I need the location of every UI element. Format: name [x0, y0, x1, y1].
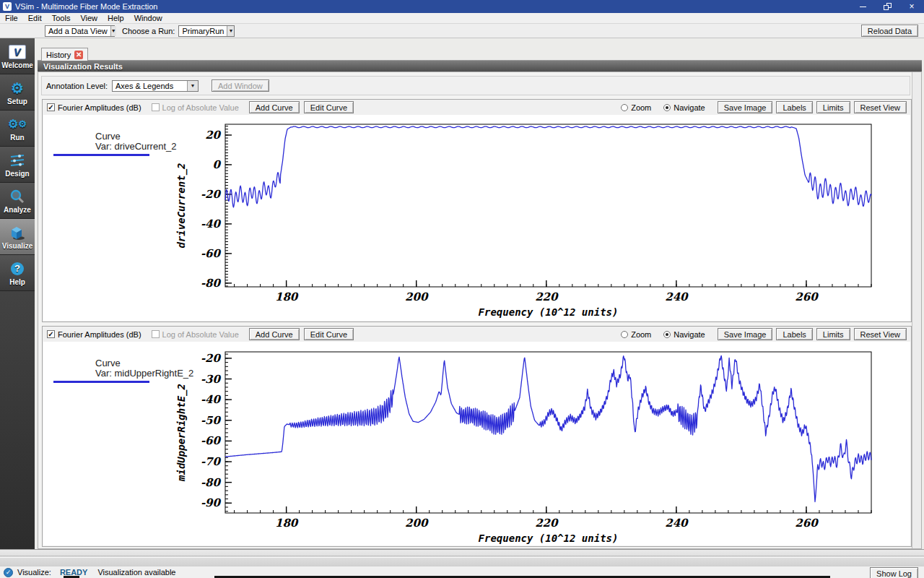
svg-text:-30: -30 [201, 373, 222, 386]
status-message: Visualization available [97, 568, 175, 577]
svg-text:260: 260 [795, 290, 819, 303]
svg-text:-60: -60 [201, 434, 222, 447]
chevron-down-icon: ▼ [187, 81, 198, 91]
chart-driveCurrent[interactable]: 180200220240260200-20-40-60-80Frequency … [43, 114, 911, 322]
add-window-button[interactable]: Add Window [212, 79, 269, 92]
radio-selected-icon [663, 331, 671, 338]
svg-text:240: 240 [665, 290, 689, 303]
chevron-down-icon: ▼ [227, 26, 234, 36]
svg-text:-80: -80 [201, 476, 222, 489]
visualization-results-header: Visualization Results [38, 61, 922, 72]
zoom-radio[interactable]: Zoom [621, 330, 651, 339]
sidebar: V Welcome ⚙ Setup ⚙⚙ Run Design Analyze [0, 38, 35, 556]
plot-panel-midUpperRightE: ✓ Fourier Amplitudes (dB) Log of Absolut… [42, 326, 912, 547]
navigate-radio[interactable]: Navigate [663, 103, 705, 112]
restore-button[interactable] [875, 0, 899, 13]
tab-history[interactable]: History ✕ [41, 48, 88, 61]
status-app-label: Visualize: [17, 568, 51, 577]
edit-curve-button[interactable]: Edit Curve [304, 328, 354, 340]
svg-text:180: 180 [275, 517, 299, 530]
vsim-app-icon: V [3, 2, 12, 11]
save-image-button[interactable]: Save Image [718, 328, 773, 340]
svg-text:220: 220 [535, 517, 559, 530]
labels-button[interactable]: Labels [776, 328, 812, 340]
labels-button[interactable]: Labels [776, 101, 812, 113]
menu-help[interactable]: Help [103, 14, 129, 22]
menu-file[interactable]: File [0, 14, 23, 22]
svg-text:-80: -80 [201, 277, 222, 290]
svg-text:200: 200 [405, 517, 429, 530]
plot-controls: ✓ Fourier Amplitudes (dB) Log of Absolut… [43, 327, 911, 342]
svg-text:-50: -50 [201, 414, 222, 427]
minimize-icon [860, 7, 866, 7]
svg-text:-40: -40 [201, 217, 222, 230]
add-curve-button[interactable]: Add Curve [249, 101, 300, 113]
checkbox-unchecked-icon [152, 103, 160, 111]
minimize-button[interactable] [850, 0, 875, 13]
svg-text:-90: -90 [201, 496, 222, 509]
radio-selected-icon [663, 104, 671, 111]
close-button[interactable]: × [899, 0, 924, 13]
log-absolute-value-checkbox[interactable]: Log of Absolute Value [152, 103, 239, 112]
navigate-radio[interactable]: Navigate [663, 330, 705, 339]
title-bar: V VSim - Multimode Fiber Mode Extraction… [0, 0, 924, 13]
cube-icon [9, 224, 26, 241]
svg-text:driveCurrent_2: driveCurrent_2 [175, 163, 188, 248]
sidebar-item-analyze[interactable]: Analyze [0, 183, 35, 219]
gears-icon: ⚙⚙ [8, 116, 27, 133]
edit-curve-button[interactable]: Edit Curve [304, 101, 354, 113]
sidebar-item-visualize[interactable]: Visualize [0, 219, 35, 255]
reset-view-button[interactable]: Reset View [854, 328, 907, 340]
svg-text:240: 240 [665, 517, 689, 530]
bottom-strip [0, 549, 924, 566]
checkbox-checked-icon: ✓ [47, 103, 55, 111]
svg-text:-40: -40 [201, 393, 222, 406]
check-icon: ✓ [4, 568, 13, 577]
menu-tools[interactable]: Tools [47, 14, 76, 22]
sidebar-item-help[interactable]: ? Help [0, 255, 35, 291]
svg-text:20: 20 [205, 129, 221, 142]
sidebar-item-welcome[interactable]: V Welcome [0, 38, 35, 74]
menu-bar: File Edit Tools View Help Window [0, 13, 924, 24]
reload-data-button[interactable]: Reload Data [861, 25, 918, 37]
vertical-scrollbar[interactable] [912, 72, 921, 548]
add-curve-button[interactable]: Add Curve [249, 328, 300, 340]
sidebar-item-design[interactable]: Design [0, 147, 35, 183]
sidebar-item-run[interactable]: ⚙⚙ Run [0, 111, 35, 147]
restore-icon [884, 3, 892, 10]
annotation-level-label: Annotation Level: [46, 82, 108, 90]
radio-unselected-icon [621, 331, 628, 338]
reset-view-button[interactable]: Reset View [854, 101, 907, 113]
chart-midUpperRightE[interactable]: 180200220240260-20-30-40-50-60-70-80-90F… [43, 342, 911, 546]
zoom-radio[interactable]: Zoom [621, 103, 651, 112]
add-data-view-combo[interactable]: Add a Data View ▼ [45, 25, 115, 37]
sliders-icon [9, 152, 26, 169]
save-image-button[interactable]: Save Image [718, 101, 773, 113]
log-absolute-value-checkbox[interactable]: Log of Absolute Value [152, 330, 239, 339]
visualization-content: Annotation Level: Axes & Legends ▼ Add W… [38, 72, 922, 549]
choose-run-combo[interactable]: PrimaryRun ▼ [178, 25, 235, 37]
annotation-level-combo[interactable]: Axes & Legends ▼ [112, 80, 199, 92]
fourier-amplitudes-checkbox[interactable]: ✓ Fourier Amplitudes (dB) [47, 103, 141, 112]
svg-text:Frequency (10^12 units): Frequency (10^12 units) [479, 306, 619, 318]
question-icon: ? [11, 260, 24, 277]
radio-unselected-icon [621, 104, 628, 111]
vsim-logo-icon: V [9, 43, 26, 61]
limits-button[interactable]: Limits [816, 328, 850, 340]
plot-panel-driveCurrent: ✓ Fourier Amplitudes (dB) Log of Absolut… [42, 99, 912, 322]
close-icon[interactable]: ✕ [74, 51, 83, 59]
menu-view[interactable]: View [75, 14, 103, 22]
show-log-button[interactable]: Show Log [870, 567, 918, 578]
fourier-amplitudes-checkbox[interactable]: ✓ Fourier Amplitudes (dB) [47, 330, 141, 339]
annotation-bar: Annotation Level: Axes & Legends ▼ Add W… [41, 76, 910, 95]
menu-window[interactable]: Window [129, 14, 167, 22]
svg-text:200: 200 [405, 290, 429, 303]
limits-button[interactable]: Limits [816, 101, 850, 113]
svg-text:260: 260 [795, 517, 819, 530]
plot-controls: ✓ Fourier Amplitudes (dB) Log of Absolut… [43, 100, 911, 115]
svg-text:220: 220 [535, 290, 559, 303]
menu-edit[interactable]: Edit [23, 14, 47, 22]
magnifier-icon [9, 188, 25, 205]
window-title: VSim - Multimode Fiber Mode Extraction [15, 2, 157, 11]
sidebar-item-setup[interactable]: ⚙ Setup [0, 74, 35, 111]
